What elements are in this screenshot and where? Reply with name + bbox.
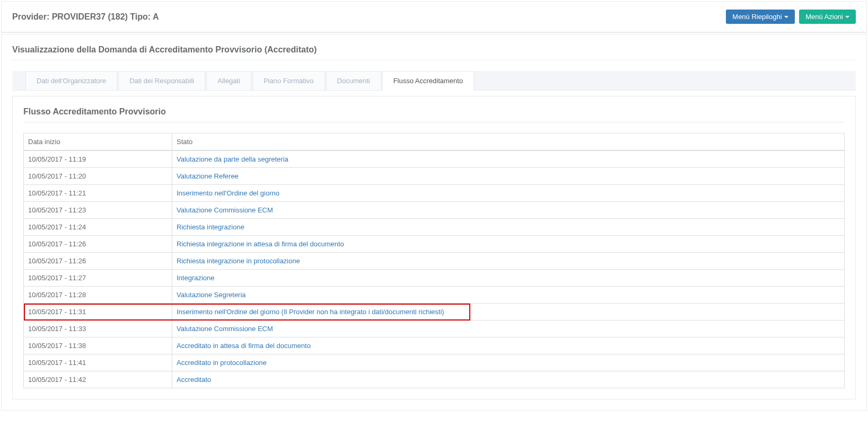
table-header-row: Data inizio Stato (24, 134, 845, 151)
cell-state: Inserimento nell'Ordine del giorno (Il P… (172, 304, 845, 321)
cell-state: Accreditato in protocollazione (172, 354, 845, 371)
header-bar: Provider: PROVIDER37 (182) Tipo: A Menù … (2, 2, 866, 32)
divider (23, 122, 845, 122)
content-panel-body: Flusso Accreditamento Provvisorio Data i… (13, 96, 855, 399)
col-header-date: Data inizio (24, 134, 172, 151)
col-header-state: Stato (172, 134, 845, 151)
tab-link[interactable]: Piano Formativo (252, 71, 325, 91)
cell-state: Valutazione da parte della segreteria (172, 150, 845, 168)
main-panel-body: Visualizzazione della Domanda di Accredi… (2, 34, 866, 410)
tab-item: Documenti (326, 71, 382, 91)
table-row: 10/05/2017 - 11:19Valutazione da parte d… (24, 150, 845, 168)
cell-date: 10/05/2017 - 11:20 (24, 168, 172, 185)
header-panel: Provider: PROVIDER37 (182) Tipo: A Menù … (1, 1, 867, 33)
tab-item: Dati dell'Organizzatore (25, 71, 118, 91)
cell-date: 10/05/2017 - 11:41 (24, 354, 172, 371)
cell-state: Accreditato (172, 371, 845, 388)
table-row: 10/05/2017 - 11:26Richiesta integrazione… (24, 236, 845, 253)
cell-state: Valutazione Commissione ECM (172, 202, 845, 219)
section-title: Visualizzazione della Domanda di Accredi… (12, 45, 856, 60)
table-wrap: Data inizio Stato 10/05/2017 - 11:19Valu… (23, 133, 845, 388)
cell-state: Richiesta integrazione in attesa di firm… (172, 236, 845, 253)
cell-date: 10/05/2017 - 11:23 (24, 202, 172, 219)
tab-link[interactable]: Flusso Accreditamento (382, 71, 475, 91)
table-row: 10/05/2017 - 11:24Richiesta integrazione (24, 219, 845, 236)
nav-tabs: Dati dell'OrganizzatoreDati dei Responsa… (12, 71, 856, 91)
cell-date: 10/05/2017 - 11:26 (24, 253, 172, 270)
cell-date: 10/05/2017 - 11:42 (24, 371, 172, 388)
tab-link[interactable]: Documenti (326, 71, 381, 91)
tab-link[interactable]: Dati dell'Organizzatore (25, 71, 117, 91)
table-row: 10/05/2017 - 11:26Richiesta integrazione… (24, 253, 845, 270)
menu-riepiloghi-label: Menù Riepiloghi (732, 13, 782, 21)
cell-state: Integrazione (172, 270, 845, 287)
cell-date: 10/05/2017 - 11:38 (24, 337, 172, 354)
tab-item: Flusso Accreditamento (382, 71, 476, 91)
main-panel: Visualizzazione della Domanda di Accredi… (1, 34, 867, 411)
table-row: 10/05/2017 - 11:21Inserimento nell'Ordin… (24, 185, 845, 202)
menu-azioni-button[interactable]: Menù Azioni (799, 10, 856, 24)
caret-down-icon (784, 16, 788, 18)
table-row: 10/05/2017 - 11:27Integrazione (24, 270, 845, 287)
table-row: 10/05/2017 - 11:23Valutazione Commission… (24, 202, 845, 219)
cell-date: 10/05/2017 - 11:33 (24, 321, 172, 337)
table-row: 10/05/2017 - 11:38Accreditato in attesa … (24, 337, 845, 354)
cell-state: Valutazione Segreteria (172, 287, 845, 304)
tab-item: Allegati (206, 71, 252, 91)
cell-date: 10/05/2017 - 11:19 (24, 150, 172, 168)
cell-date: 10/05/2017 - 11:26 (24, 236, 172, 253)
cell-date: 10/05/2017 - 11:27 (24, 270, 172, 287)
table-row: 10/05/2017 - 11:31Inserimento nell'Ordin… (24, 304, 845, 321)
menu-azioni-label: Menù Azioni (805, 13, 843, 21)
header-actions: Menù Riepiloghi Menù Azioni (723, 10, 856, 24)
tab-link[interactable]: Dati dei Responsabili (118, 71, 205, 91)
caret-down-icon (845, 16, 849, 18)
cell-date: 10/05/2017 - 11:31 (24, 304, 172, 321)
tab-item: Piano Formativo (252, 71, 326, 91)
tab-link[interactable]: Allegati (206, 71, 251, 91)
content-subheading: Flusso Accreditamento Provvisorio (23, 107, 845, 117)
content-panel: Flusso Accreditamento Provvisorio Data i… (12, 96, 856, 399)
cell-state: Richiesta integrazione (172, 219, 845, 236)
page-title: Provider: PROVIDER37 (182) Tipo: A (12, 12, 159, 22)
cell-date: 10/05/2017 - 11:28 (24, 287, 172, 304)
tab-item: Dati dei Responsabili (118, 71, 206, 91)
flusso-table: Data inizio Stato 10/05/2017 - 11:19Valu… (23, 133, 845, 388)
menu-riepiloghi-button[interactable]: Menù Riepiloghi (726, 10, 794, 24)
table-row: 10/05/2017 - 11:42Accreditato (24, 371, 845, 388)
table-row: 10/05/2017 - 11:41Accreditato in protoco… (24, 354, 845, 371)
cell-state: Inserimento nell'Ordine del giorno (172, 185, 845, 202)
cell-state: Accreditato in attesa di firma del docum… (172, 337, 845, 354)
cell-state: Richiesta integrazione in protocollazion… (172, 253, 845, 270)
cell-date: 10/05/2017 - 11:24 (24, 219, 172, 236)
cell-date: 10/05/2017 - 11:21 (24, 185, 172, 202)
cell-state: Valutazione Referee (172, 168, 845, 185)
table-row: 10/05/2017 - 11:33Valutazione Commission… (24, 321, 845, 337)
table-row: 10/05/2017 - 11:28Valutazione Segreteria (24, 287, 845, 304)
cell-state: Valutazione Commissione ECM (172, 321, 845, 337)
table-row: 10/05/2017 - 11:20Valutazione Referee (24, 168, 845, 185)
